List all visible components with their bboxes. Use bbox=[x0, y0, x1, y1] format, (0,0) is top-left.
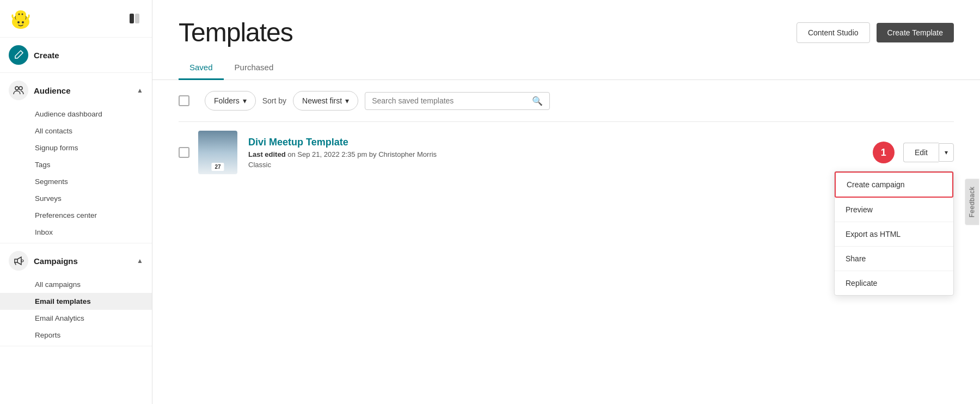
svg-point-11 bbox=[15, 87, 19, 90]
dropdown-item-export-html[interactable]: Export as HTML bbox=[835, 222, 953, 247]
nav-section-campaigns: Campaigns ▲ All campaigns Email template… bbox=[0, 243, 152, 346]
template-type: Classic bbox=[248, 161, 873, 169]
create-label: Create bbox=[34, 51, 59, 60]
sort-chevron-icon: ▾ bbox=[345, 96, 349, 105]
audience-chevron-icon: ▲ bbox=[137, 87, 143, 94]
template-thumbnail: 27 bbox=[198, 131, 237, 174]
search-box: 🔍 bbox=[365, 92, 550, 110]
sidebar-item-preferences-center[interactable]: Preferences center bbox=[0, 207, 152, 224]
sort-by-label: Sort by bbox=[262, 96, 286, 105]
audience-nav-item[interactable]: Audience ▲ bbox=[0, 75, 152, 106]
create-template-button[interactable]: Create Template bbox=[877, 23, 954, 42]
svg-rect-10 bbox=[135, 14, 139, 23]
layout-icon bbox=[128, 13, 140, 25]
main-content: Templates Content Studio Create Template… bbox=[152, 0, 980, 404]
edit-chevron-icon: ▾ bbox=[945, 149, 948, 156]
svg-point-6 bbox=[15, 10, 26, 19]
create-nav-item[interactable]: Create bbox=[0, 40, 152, 70]
edit-dropdown-button[interactable]: ▾ bbox=[939, 143, 954, 162]
page-header: Templates Content Studio Create Template bbox=[152, 0, 980, 56]
last-edited-text: on Sep 21, 2022 2:35 pm by Christopher M… bbox=[287, 150, 437, 158]
create-icon bbox=[9, 45, 28, 65]
campaigns-icon bbox=[9, 251, 28, 271]
nav-section-create: Create bbox=[0, 38, 152, 73]
search-icon[interactable]: 🔍 bbox=[532, 96, 543, 106]
svg-point-5 bbox=[22, 21, 24, 23]
thumb-date-label: 27 bbox=[211, 163, 224, 171]
template-meta: Last edited on Sep 21, 2022 2:35 pm by C… bbox=[248, 150, 873, 158]
dropdown-item-create-campaign[interactable]: Create campaign bbox=[835, 172, 953, 198]
sidebar-item-tags[interactable]: Tags bbox=[0, 156, 152, 173]
svg-point-12 bbox=[19, 87, 22, 90]
people-icon bbox=[13, 84, 24, 96]
audience-icon bbox=[9, 81, 28, 100]
svg-point-13 bbox=[21, 260, 23, 262]
svg-point-8 bbox=[22, 14, 23, 15]
sidebar-item-segments[interactable]: Segments bbox=[0, 173, 152, 190]
last-edited-label: Last edited bbox=[248, 150, 286, 158]
campaigns-chevron-icon: ▲ bbox=[137, 257, 143, 265]
mailchimp-logo-icon bbox=[9, 7, 33, 30]
sidebar-item-signup-forms[interactable]: Signup forms bbox=[0, 139, 152, 156]
sidebar-toggle-button[interactable] bbox=[126, 10, 143, 27]
sidebar-item-audience-dashboard[interactable]: Audience dashboard bbox=[0, 106, 152, 123]
sidebar-item-all-contacts[interactable]: All contacts bbox=[0, 123, 152, 139]
sidebar-top bbox=[0, 0, 152, 38]
template-checkbox[interactable] bbox=[179, 147, 189, 158]
sidebar-item-all-campaigns[interactable]: All campaigns bbox=[0, 276, 152, 293]
table-row: 27 Divi Meetup Template Last edited on S… bbox=[179, 121, 954, 183]
chevron-down-icon: ▾ bbox=[243, 96, 247, 105]
tab-purchased[interactable]: Purchased bbox=[224, 56, 285, 80]
sidebar-item-email-analytics[interactable]: Email Analytics bbox=[0, 310, 152, 327]
sort-button[interactable]: Newest first ▾ bbox=[293, 91, 358, 111]
sort-value-label: Newest first bbox=[302, 96, 342, 105]
dropdown-item-preview[interactable]: Preview bbox=[835, 198, 953, 222]
dropdown-menu: Create campaign Preview Export as HTML S… bbox=[834, 171, 954, 296]
page-title: Templates bbox=[179, 17, 293, 47]
content-studio-button[interactable]: Content Studio bbox=[797, 22, 870, 43]
sidebar: Create Audience ▲ Audience dashboard All… bbox=[0, 0, 152, 404]
toolbar: Folders ▾ Sort by Newest first ▾ 🔍 bbox=[152, 80, 980, 121]
header-actions: Content Studio Create Template bbox=[797, 22, 954, 43]
dropdown-item-replicate[interactable]: Replicate bbox=[835, 271, 953, 295]
audience-label: Audience bbox=[34, 86, 71, 95]
pencil-icon bbox=[13, 50, 24, 60]
sidebar-item-email-templates[interactable]: Email templates bbox=[0, 293, 152, 310]
svg-rect-9 bbox=[130, 14, 134, 23]
template-actions: Edit ▾ Create campaign Preview Export as… bbox=[903, 143, 954, 162]
tab-saved[interactable]: Saved bbox=[179, 56, 224, 80]
campaigns-label: Campaigns bbox=[34, 256, 78, 266]
folders-label: Folders bbox=[214, 96, 240, 105]
edit-button[interactable]: Edit bbox=[903, 143, 939, 162]
svg-point-3 bbox=[14, 18, 27, 28]
sidebar-item-inbox[interactable]: Inbox bbox=[0, 224, 152, 241]
folders-button[interactable]: Folders ▾ bbox=[205, 91, 256, 111]
campaigns-nav-item[interactable]: Campaigns ▲ bbox=[0, 246, 152, 276]
svg-point-7 bbox=[19, 14, 20, 15]
template-name[interactable]: Divi Meetup Template bbox=[248, 137, 873, 148]
megaphone-icon bbox=[13, 255, 24, 267]
template-info: Divi Meetup Template Last edited on Sep … bbox=[248, 137, 873, 169]
dropdown-item-share[interactable]: Share bbox=[835, 247, 953, 271]
search-input[interactable] bbox=[372, 96, 528, 105]
step-badge: 1 bbox=[873, 142, 895, 163]
svg-point-4 bbox=[17, 21, 20, 23]
sidebar-item-reports[interactable]: Reports bbox=[0, 327, 152, 344]
feedback-tab[interactable]: Feedback bbox=[965, 179, 979, 225]
tabs-bar: Saved Purchased bbox=[152, 56, 980, 80]
nav-section-audience: Audience ▲ Audience dashboard All contac… bbox=[0, 73, 152, 243]
sidebar-item-surveys[interactable]: Surveys bbox=[0, 190, 152, 207]
select-all-checkbox[interactable] bbox=[179, 95, 189, 106]
template-list: 27 Divi Meetup Template Last edited on S… bbox=[152, 121, 980, 183]
